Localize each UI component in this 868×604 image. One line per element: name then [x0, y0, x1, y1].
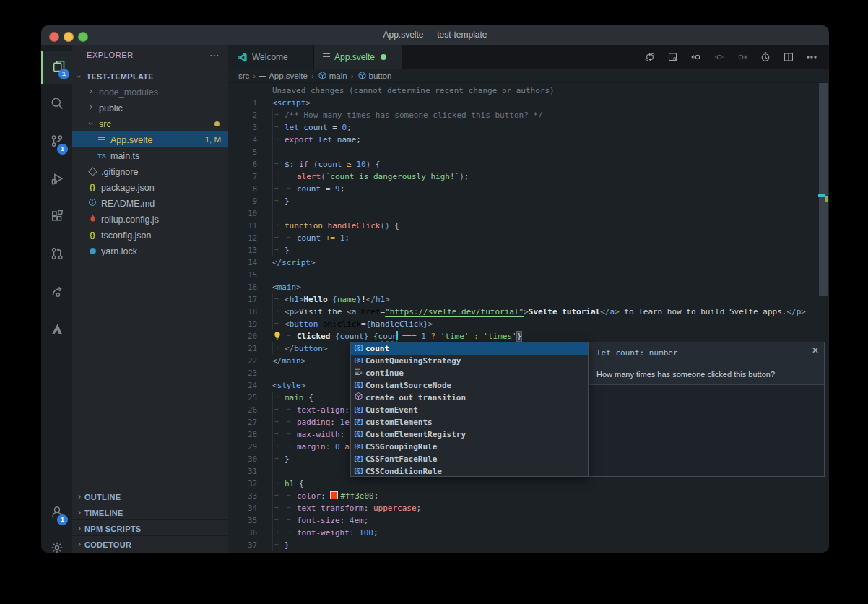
breadcrumb-item-src[interactable]: src	[238, 72, 249, 80]
line-content: font-size: 4em;	[272, 514, 368, 527]
suggest-item-constantsourcenode[interactable]: [@]ConstantSourceNode	[351, 379, 588, 392]
close-icon[interactable]: ✕	[812, 345, 819, 355]
suggest-item-create_out_transition[interactable]: create_out_transition	[351, 392, 588, 404]
line-content: text-transform: uppercase;	[272, 502, 421, 514]
settings-gear-icon	[50, 540, 64, 553]
tree-item-src[interactable]: ›src	[72, 116, 228, 131]
code-token: if	[299, 160, 313, 169]
section-outline[interactable]: ›OUTLINE	[72, 488, 228, 504]
current-change-icon	[708, 48, 731, 66]
suggest-item-cssconditionrule[interactable]: [@]CSSConditionRule	[351, 465, 588, 478]
line-number: 2	[228, 109, 257, 121]
open-preview-icon[interactable]	[661, 48, 685, 66]
file-label: public	[99, 103, 123, 113]
code-line-8: 8count = 9;	[228, 183, 818, 195]
code-editor[interactable]: Unsaved changes (cannot determine recent…	[228, 83, 829, 553]
code-token: color	[297, 491, 321, 501]
line-content: color: #ff3e00;	[272, 490, 378, 502]
suggest-label: CSSGroupingRule	[365, 442, 437, 452]
code-token: >	[294, 307, 299, 316]
indent-arrow	[272, 306, 285, 318]
tree-item-node-modules[interactable]: ›node_modules	[72, 84, 228, 100]
more-actions-icon[interactable]: ⋯	[209, 49, 220, 61]
tree-item-main-ts[interactable]: TSmain.ts	[72, 147, 228, 163]
suggest-item-customelementregistry[interactable]: [@]CustomElementRegistry	[351, 428, 588, 441]
indent-guide	[272, 207, 285, 220]
tree-item--gitignore[interactable]: .gitignore	[72, 163, 228, 179]
tab-welcome[interactable]: Welcome	[228, 45, 314, 69]
code-token: </	[272, 258, 282, 267]
tree-item-tsconfig-json[interactable]: {}tsconfig.json	[72, 227, 228, 243]
indent-arrow	[272, 502, 285, 514]
suggest-item-countqueuingstrategy[interactable]: [@]CountQueuingStrategy	[351, 355, 588, 367]
symbol-variable-icon: [@]	[351, 404, 365, 416]
activity-item-run-and-debug[interactable]	[41, 163, 72, 197]
code-token: let	[285, 123, 304, 132]
line-content	[272, 465, 285, 478]
tree-item-public[interactable]: ›public	[72, 100, 228, 116]
activity-item-explorer[interactable]: 1	[41, 51, 74, 84]
indent-arrow	[272, 121, 285, 134]
code-token: :	[321, 491, 330, 501]
indent-arrow	[285, 428, 297, 441]
suggest-item-cssgroupingrule[interactable]: [@]CSSGroupingRule	[351, 441, 588, 453]
editor-scrollbar[interactable]	[818, 83, 829, 553]
line-number: 33	[228, 490, 257, 502]
suggest-item-continue[interactable]: continue	[351, 367, 588, 379]
breadcrumb-item-main[interactable]: main	[318, 72, 347, 80]
split-editor-icon[interactable]	[777, 48, 800, 66]
line-number: 17	[228, 293, 257, 306]
breadcrumb-item-app.svelte[interactable]: App.svelte	[259, 72, 308, 80]
activity-item-github-pull-requests[interactable]	[41, 238, 72, 272]
code-token: count	[297, 184, 321, 194]
breadcrumb-item-button[interactable]: button	[357, 72, 392, 80]
indent-arrow	[285, 183, 297, 195]
activity-item-extensions[interactable]	[41, 201, 72, 234]
activity-item-azure[interactable]	[41, 314, 72, 347]
activity-item-search[interactable]	[41, 88, 72, 121]
suggest-item-customelements[interactable]: [@]customElements	[351, 416, 588, 428]
tree-item-readme-md[interactable]: README.md	[72, 195, 228, 211]
lightbulb-icon[interactable]	[272, 330, 285, 342]
tree-item-yarn-lock[interactable]: yarn.lock	[72, 243, 228, 259]
activity-item-live-share[interactable]	[41, 276, 72, 309]
suggest-item-customevent[interactable]: [@]CustomEvent	[351, 404, 588, 416]
previous-change-icon[interactable]	[685, 48, 708, 66]
suggest-label: customElements	[365, 418, 433, 427]
line-number: 24	[228, 379, 257, 392]
tree-item-rollup-config-js[interactable]: rollup.config.js	[72, 211, 228, 227]
code-token: {	[390, 221, 399, 230]
line-content: <button on:click={handleClick}>	[272, 318, 433, 330]
chevron-right-icon: ›	[78, 504, 81, 520]
indent-arrow	[285, 514, 297, 527]
section-timeline[interactable]: ›TIMELINE	[72, 504, 228, 520]
scrollbar-slider[interactable]	[819, 83, 828, 296]
suggest-item-count[interactable]: [@]count	[351, 342, 588, 355]
line-content: function handleClick() {	[272, 220, 399, 232]
open-changes-icon[interactable]	[638, 48, 661, 66]
activity-item-source-control[interactable]: 1	[41, 126, 72, 159]
activity-item-accounts[interactable]: 1	[41, 496, 72, 530]
tab-app-svelte[interactable]: App.svelte	[314, 45, 402, 69]
line-content: let count = 0;	[272, 121, 352, 134]
section-label: CODETOUR	[84, 540, 131, 549]
file-annotations-icon[interactable]	[754, 48, 777, 66]
code-token: ?	[426, 332, 440, 341]
chevron-right-icon: ›	[90, 83, 92, 99]
line-number: 31	[228, 465, 257, 478]
suggest-label: CustomEvent	[365, 405, 418, 415]
activity-item-manage[interactable]	[41, 532, 72, 553]
suggest-item-cssfontfacerule[interactable]: [@]CSSFontFaceRule	[351, 453, 588, 465]
more-actions-icon[interactable]	[800, 48, 823, 66]
tree-item-app-svelte[interactable]: App.svelte1, M	[72, 131, 228, 147]
symbol-variable-icon: [@]	[351, 428, 365, 441]
section-npm-scripts[interactable]: ›NPM SCRIPTS	[72, 519, 228, 536]
code-line-12: 12count += 1;	[228, 232, 818, 244]
section-codetour[interactable]: ›CODETOUR	[72, 535, 228, 552]
tree-item-package-json[interactable]: {}package.json	[72, 179, 228, 195]
indent-arrow	[272, 428, 285, 441]
line-number: 13	[228, 244, 257, 256]
symbol-variable-icon: [@]	[351, 416, 365, 428]
code-line-36: 36font-weight: 100;	[228, 527, 818, 539]
tree-root-folder[interactable]: › TEST-TEMPLATE	[72, 68, 228, 84]
